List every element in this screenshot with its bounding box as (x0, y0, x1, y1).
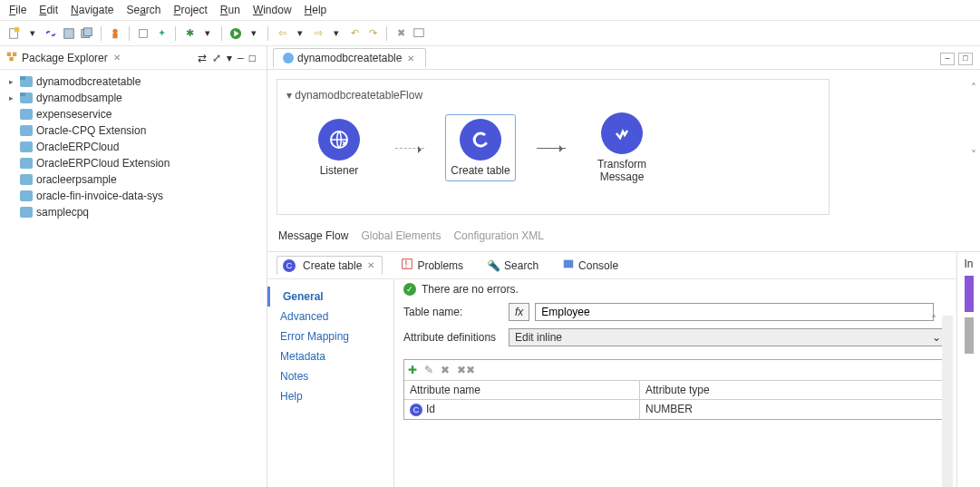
minimize-pane-icon[interactable]: – (238, 52, 244, 64)
add-icon[interactable]: ✚ (408, 364, 417, 376)
maximize-pane-icon[interactable]: □ (249, 52, 256, 64)
delete-icon[interactable]: ✖ (441, 364, 450, 376)
window-icon[interactable] (412, 26, 426, 41)
canvas-tab-message-flow[interactable]: Message Flow (278, 229, 348, 242)
tree-item-dynamodbcreatetable[interactable]: ▸dynamodbcreatetable (2, 73, 265, 90)
attribute-definitions-select[interactable]: Edit inline ⌄ (509, 328, 947, 346)
scroll-down-icon[interactable]: ˅ (971, 149, 976, 161)
tree-item-OracleERPCloud[interactable]: OracleERPCloud (2, 139, 265, 155)
gutter-label: In (964, 258, 973, 270)
tree-item-dynamodbsample[interactable]: ▸dynamodbsample (2, 90, 265, 106)
dropdown-icon[interactable]: ▾ (200, 26, 215, 41)
property-form: ✓ There are no errors. Table name: fx At… (394, 279, 956, 487)
canvas-tab-global-elements[interactable]: Global Elements (361, 229, 441, 242)
canvas-sub-tabs: Message FlowGlobal ElementsConfiguration… (267, 224, 980, 251)
flow-node-create-table[interactable]: Create table (446, 115, 515, 180)
category-notes[interactable]: Notes (267, 366, 393, 386)
menu-edit[interactable]: Edit (39, 4, 58, 16)
flow-node-listener[interactable]: Listener (305, 119, 374, 177)
editor-tab-dynamodbcreatetable[interactable]: dynamodbcreatetable ✕ (273, 48, 426, 67)
fx-button[interactable]: fx (509, 303, 529, 321)
expand-icon[interactable]: ▸ (5, 77, 16, 86)
save-all-icon[interactable] (80, 26, 94, 41)
svg-rect-7 (140, 29, 148, 37)
project-icon (20, 93, 33, 103)
back-icon[interactable]: ⇦ (275, 26, 289, 41)
dropdown-icon[interactable]: ▾ (25, 26, 40, 41)
view-menu-icon[interactable]: ▾ (227, 52, 232, 64)
flow-node-transform-message[interactable]: Transform Message (587, 112, 656, 183)
redo-nav-icon[interactable]: ↷ (365, 26, 380, 41)
table-name-input[interactable] (535, 303, 934, 321)
bug-icon[interactable]: ✱ (182, 26, 197, 41)
folder-icon (20, 141, 33, 152)
attribute-grid: ✚ ✎ ✖ ✖✖ Attribute name Attribute type C… (403, 359, 947, 420)
svg-rect-9 (414, 28, 424, 36)
menu-file[interactable]: File (9, 4, 26, 16)
svg-rect-16 (564, 260, 574, 268)
dropdown-icon[interactable]: ▾ (293, 26, 307, 41)
package-explorer-pane: Package Explorer ✕ ⇄ ⤢ ▾ – □ ▸dynamodbcr… (0, 46, 267, 487)
menu-project[interactable]: Project (173, 4, 207, 16)
bottom-tab-console[interactable]: Console (557, 256, 624, 275)
save-icon[interactable] (62, 26, 76, 41)
scroll-up-icon[interactable]: ˄ (931, 314, 936, 326)
minimap-marker (965, 276, 974, 312)
expand-icon[interactable]: ▸ (5, 93, 16, 102)
tree-item-oracle-fin-invoice-data-sys[interactable]: oracle-fin-invoice-data-sys (2, 188, 265, 204)
wand-icon[interactable]: ✦ (154, 26, 169, 41)
delete-all-icon[interactable]: ✖✖ (457, 364, 475, 376)
table-name-label: Table name: (403, 306, 503, 318)
close-icon[interactable]: ✕ (365, 260, 376, 270)
tree-item-Oracle-CPQ Extension[interactable]: Oracle-CPQ Extension (2, 122, 265, 139)
right-gutter: In (956, 252, 980, 487)
category-help[interactable]: Help (267, 386, 393, 406)
close-icon[interactable]: ✕ (405, 54, 416, 63)
tab-label: Problems (417, 259, 463, 272)
category-metadata[interactable]: Metadata (267, 346, 393, 366)
debug-person-icon[interactable] (108, 26, 122, 41)
minimap-marker (965, 317, 974, 354)
category-advanced[interactable]: Advanced (267, 307, 393, 326)
bottom-tab-create-table[interactable]: CCreate table✕ (277, 256, 383, 275)
close-icon[interactable]: ✕ (112, 53, 122, 63)
tree-item-expenseservice[interactable]: expenseservice (2, 106, 265, 122)
dropdown-icon[interactable]: ▾ (329, 26, 344, 41)
dropdown-icon[interactable]: ▾ (247, 26, 261, 41)
scroll-up-icon[interactable]: ˄ (971, 82, 976, 94)
flow-canvas[interactable]: dynamodbcreatetableFlow ListenerCreate t… (277, 79, 830, 215)
collapse-icon[interactable]: ⇄ (198, 52, 207, 64)
bottom-tab-problems[interactable]: !Problems (395, 256, 469, 275)
svg-rect-2 (64, 28, 74, 38)
stop-icon[interactable]: ✖ (393, 26, 408, 41)
edit-icon[interactable]: ✎ (424, 364, 433, 376)
tree-item-samplecpq[interactable]: samplecpq (2, 204, 265, 220)
svg-rect-12 (9, 57, 13, 61)
undo-nav-icon[interactable]: ↶ (347, 26, 362, 41)
menu-window[interactable]: Window (253, 4, 292, 16)
package-explorer-icon (5, 50, 18, 65)
forward-icon[interactable]: ⇨ (311, 26, 325, 41)
menu-help[interactable]: Help (305, 4, 327, 16)
tree-item-oracleerpsample[interactable]: oracleerpsample (2, 171, 265, 188)
flow-title: dynamodbcreatetableFlow (286, 89, 820, 102)
box-icon[interactable] (136, 26, 150, 41)
link-editor-icon[interactable]: ⤢ (212, 52, 221, 64)
scrollbar[interactable] (942, 316, 953, 487)
bottom-tab-search[interactable]: 🔦Search (481, 258, 544, 274)
attribute-type-icon: C (410, 404, 422, 416)
menu-run[interactable]: Run (220, 4, 240, 16)
menu-search[interactable]: Search (126, 4, 160, 16)
tab-icon: ! (401, 258, 413, 273)
link-icon[interactable] (44, 26, 58, 41)
new-icon[interactable] (7, 26, 22, 41)
grid-row[interactable]: CId NUMBER (404, 400, 946, 419)
svg-rect-6 (112, 34, 117, 38)
run-icon[interactable] (228, 26, 243, 41)
tree-item-label: Oracle-CPQ Extension (36, 124, 146, 137)
menu-navigate[interactable]: Navigate (71, 4, 113, 16)
canvas-tab-configuration-xml[interactable]: Configuration XML (453, 229, 543, 242)
category-error-mapping[interactable]: Error Mapping (267, 326, 393, 346)
category-general[interactable]: General (267, 287, 393, 307)
tree-item-OracleERPCloud Extension[interactable]: OracleERPCloud Extension (2, 155, 265, 171)
